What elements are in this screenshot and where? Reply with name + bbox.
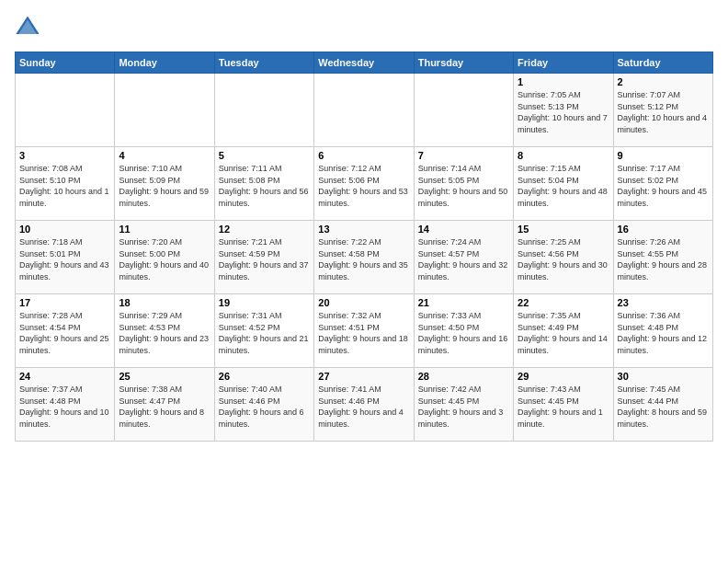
day-number: 18 <box>119 297 210 308</box>
calendar-cell: 12Sunrise: 7:21 AM Sunset: 4:59 PM Dayli… <box>214 221 313 294</box>
calendar-header: SundayMondayTuesdayWednesdayThursdayFrid… <box>16 52 713 74</box>
day-number: 17 <box>19 297 110 308</box>
day-info: Sunrise: 7:22 AM Sunset: 4:58 PM Dayligh… <box>318 236 409 282</box>
day-number: 2 <box>618 76 709 87</box>
day-info: Sunrise: 7:25 AM Sunset: 4:56 PM Dayligh… <box>518 236 609 282</box>
day-info: Sunrise: 7:38 AM Sunset: 4:47 PM Dayligh… <box>119 384 210 430</box>
day-number: 29 <box>518 371 609 382</box>
weekday-header: Thursday <box>414 52 513 74</box>
day-number: 13 <box>318 224 409 235</box>
day-info: Sunrise: 7:12 AM Sunset: 5:06 PM Dayligh… <box>318 163 409 209</box>
calendar-cell: 21Sunrise: 7:33 AM Sunset: 4:50 PM Dayli… <box>414 294 513 368</box>
day-number: 5 <box>219 150 310 161</box>
day-info: Sunrise: 7:37 AM Sunset: 4:48 PM Dayligh… <box>19 384 110 430</box>
calendar-cell: 1Sunrise: 7:05 AM Sunset: 5:13 PM Daylig… <box>514 74 613 147</box>
day-number: 21 <box>418 297 509 308</box>
day-info: Sunrise: 7:32 AM Sunset: 4:51 PM Dayligh… <box>318 310 409 356</box>
calendar-cell: 5Sunrise: 7:11 AM Sunset: 5:08 PM Daylig… <box>214 147 313 221</box>
day-info: Sunrise: 7:45 AM Sunset: 4:44 PM Dayligh… <box>618 384 709 430</box>
header <box>15 15 713 40</box>
page: SundayMondayTuesdayWednesdayThursdayFrid… <box>0 0 728 563</box>
calendar-cell: 17Sunrise: 7:28 AM Sunset: 4:54 PM Dayli… <box>16 294 115 368</box>
calendar-cell: 13Sunrise: 7:22 AM Sunset: 4:58 PM Dayli… <box>314 221 414 294</box>
logo <box>15 15 44 40</box>
calendar-table: SundayMondayTuesdayWednesdayThursdayFrid… <box>15 52 713 442</box>
calendar-cell: 6Sunrise: 7:12 AM Sunset: 5:06 PM Daylig… <box>314 147 414 221</box>
day-info: Sunrise: 7:21 AM Sunset: 4:59 PM Dayligh… <box>219 236 310 282</box>
day-info: Sunrise: 7:42 AM Sunset: 4:45 PM Dayligh… <box>418 384 509 430</box>
calendar-cell: 30Sunrise: 7:45 AM Sunset: 4:44 PM Dayli… <box>613 368 712 442</box>
calendar-week-row: 1Sunrise: 7:05 AM Sunset: 5:13 PM Daylig… <box>16 74 713 147</box>
calendar-cell <box>115 74 214 147</box>
day-info: Sunrise: 7:31 AM Sunset: 4:52 PM Dayligh… <box>219 310 310 356</box>
weekday-header: Saturday <box>613 52 712 74</box>
calendar-cell: 8Sunrise: 7:15 AM Sunset: 5:04 PM Daylig… <box>514 147 613 221</box>
calendar-week-row: 10Sunrise: 7:18 AM Sunset: 5:01 PM Dayli… <box>16 221 713 294</box>
day-number: 4 <box>119 150 210 161</box>
calendar-cell: 10Sunrise: 7:18 AM Sunset: 5:01 PM Dayli… <box>16 221 115 294</box>
calendar-cell <box>314 74 414 147</box>
day-number: 15 <box>518 224 609 235</box>
calendar-cell: 19Sunrise: 7:31 AM Sunset: 4:52 PM Dayli… <box>214 294 313 368</box>
day-number: 6 <box>318 150 409 161</box>
calendar-cell: 25Sunrise: 7:38 AM Sunset: 4:47 PM Dayli… <box>115 368 214 442</box>
calendar-cell: 7Sunrise: 7:14 AM Sunset: 5:05 PM Daylig… <box>414 147 513 221</box>
day-number: 19 <box>219 297 310 308</box>
day-info: Sunrise: 7:18 AM Sunset: 5:01 PM Dayligh… <box>19 236 110 282</box>
day-number: 30 <box>618 371 709 382</box>
day-info: Sunrise: 7:24 AM Sunset: 4:57 PM Dayligh… <box>418 236 509 282</box>
calendar-cell: 18Sunrise: 7:29 AM Sunset: 4:53 PM Dayli… <box>115 294 214 368</box>
weekday-header: Monday <box>115 52 214 74</box>
day-number: 25 <box>119 371 210 382</box>
day-info: Sunrise: 7:15 AM Sunset: 5:04 PM Dayligh… <box>518 163 609 209</box>
calendar-cell: 9Sunrise: 7:17 AM Sunset: 5:02 PM Daylig… <box>613 147 712 221</box>
calendar-cell: 22Sunrise: 7:35 AM Sunset: 4:49 PM Dayli… <box>514 294 613 368</box>
weekday-header: Tuesday <box>214 52 313 74</box>
day-number: 10 <box>19 224 110 235</box>
calendar-cell: 20Sunrise: 7:32 AM Sunset: 4:51 PM Dayli… <box>314 294 414 368</box>
day-info: Sunrise: 7:35 AM Sunset: 4:49 PM Dayligh… <box>518 310 609 356</box>
day-number: 11 <box>119 224 210 235</box>
day-number: 24 <box>19 371 110 382</box>
calendar-cell: 26Sunrise: 7:40 AM Sunset: 4:46 PM Dayli… <box>214 368 313 442</box>
weekday-header: Wednesday <box>314 52 414 74</box>
day-number: 12 <box>219 224 310 235</box>
day-info: Sunrise: 7:33 AM Sunset: 4:50 PM Dayligh… <box>418 310 509 356</box>
day-info: Sunrise: 7:26 AM Sunset: 4:55 PM Dayligh… <box>618 236 709 282</box>
day-number: 14 <box>418 224 509 235</box>
calendar-week-row: 3Sunrise: 7:08 AM Sunset: 5:10 PM Daylig… <box>16 147 713 221</box>
day-info: Sunrise: 7:40 AM Sunset: 4:46 PM Dayligh… <box>219 384 310 430</box>
calendar-cell: 29Sunrise: 7:43 AM Sunset: 4:45 PM Dayli… <box>514 368 613 442</box>
calendar-cell: 14Sunrise: 7:24 AM Sunset: 4:57 PM Dayli… <box>414 221 513 294</box>
day-number: 27 <box>318 371 409 382</box>
day-number: 20 <box>318 297 409 308</box>
calendar-cell <box>16 74 115 147</box>
calendar-cell: 16Sunrise: 7:26 AM Sunset: 4:55 PM Dayli… <box>613 221 712 294</box>
calendar-cell: 15Sunrise: 7:25 AM Sunset: 4:56 PM Dayli… <box>514 221 613 294</box>
calendar-cell: 24Sunrise: 7:37 AM Sunset: 4:48 PM Dayli… <box>16 368 115 442</box>
day-number: 3 <box>19 150 110 161</box>
weekday-header: Friday <box>514 52 613 74</box>
calendar-cell: 27Sunrise: 7:41 AM Sunset: 4:46 PM Dayli… <box>314 368 414 442</box>
day-info: Sunrise: 7:07 AM Sunset: 5:12 PM Dayligh… <box>618 89 709 135</box>
weekday-row: SundayMondayTuesdayWednesdayThursdayFrid… <box>16 52 713 74</box>
calendar-cell <box>414 74 513 147</box>
day-number: 8 <box>518 150 609 161</box>
day-number: 28 <box>418 371 509 382</box>
day-number: 23 <box>618 297 709 308</box>
calendar-cell: 28Sunrise: 7:42 AM Sunset: 4:45 PM Dayli… <box>414 368 513 442</box>
day-info: Sunrise: 7:28 AM Sunset: 4:54 PM Dayligh… <box>19 310 110 356</box>
calendar-cell: 2Sunrise: 7:07 AM Sunset: 5:12 PM Daylig… <box>613 74 712 147</box>
day-info: Sunrise: 7:08 AM Sunset: 5:10 PM Dayligh… <box>19 163 110 209</box>
day-info: Sunrise: 7:43 AM Sunset: 4:45 PM Dayligh… <box>518 384 609 430</box>
day-info: Sunrise: 7:36 AM Sunset: 4:48 PM Dayligh… <box>618 310 709 356</box>
calendar-cell: 3Sunrise: 7:08 AM Sunset: 5:10 PM Daylig… <box>16 147 115 221</box>
day-number: 1 <box>518 76 609 87</box>
day-info: Sunrise: 7:11 AM Sunset: 5:08 PM Dayligh… <box>219 163 310 209</box>
calendar-week-row: 24Sunrise: 7:37 AM Sunset: 4:48 PM Dayli… <box>16 368 713 442</box>
calendar-cell: 11Sunrise: 7:20 AM Sunset: 5:00 PM Dayli… <box>115 221 214 294</box>
calendar-body: 1Sunrise: 7:05 AM Sunset: 5:13 PM Daylig… <box>16 74 713 442</box>
weekday-header: Sunday <box>16 52 115 74</box>
day-number: 22 <box>518 297 609 308</box>
calendar-week-row: 17Sunrise: 7:28 AM Sunset: 4:54 PM Dayli… <box>16 294 713 368</box>
